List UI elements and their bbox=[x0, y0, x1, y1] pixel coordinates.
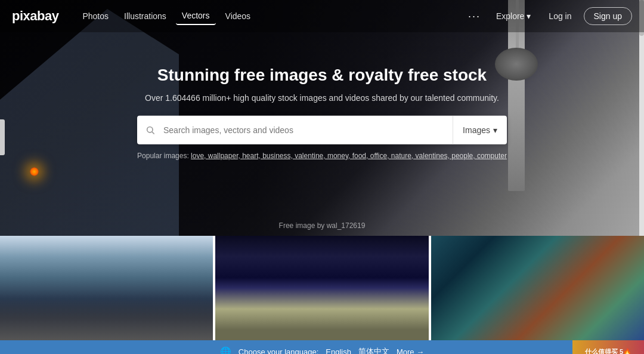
grid-item-2[interactable] bbox=[215, 236, 428, 340]
popular-tags-links[interactable]: love, wallpaper, heart, business, valent… bbox=[191, 152, 507, 160]
hero-subtitle: Over 1.604466 million+ high quality stoc… bbox=[137, 93, 507, 103]
search-bar[interactable]: Images ▾ bbox=[137, 116, 507, 144]
explore-chevron-icon: ▾ bbox=[527, 11, 531, 21]
language-english[interactable]: English bbox=[326, 347, 351, 355]
hero-title: Stunning free images & royalty free stoc… bbox=[137, 64, 507, 85]
page-wrapper: pixabay Photos Illustrations Vectors Vid… bbox=[0, 0, 644, 354]
hero-image-credit: Free image by wal_172619 bbox=[279, 221, 366, 230]
left-scroll-indicator bbox=[0, 119, 5, 155]
nav-signup[interactable]: Sign up bbox=[584, 7, 632, 25]
grid-item-3[interactable] bbox=[431, 236, 644, 340]
scrollbar-track[interactable] bbox=[639, 0, 644, 236]
logo-text: pixabay bbox=[12, 8, 58, 23]
svg-line-1 bbox=[152, 132, 154, 134]
nav-videos[interactable]: Videos bbox=[219, 8, 257, 24]
site-logo[interactable]: pixabay bbox=[12, 8, 58, 24]
svg-point-0 bbox=[147, 127, 153, 132]
footer-bar: 🌐 Choose your language: English 简体中文 Mor… bbox=[0, 340, 644, 354]
nav-right: ··· Explore ▾ Log in Sign up bbox=[463, 7, 632, 25]
search-icon bbox=[137, 125, 163, 135]
language-more[interactable]: More → bbox=[397, 347, 424, 355]
nav-links: Photos Illustrations Vectors Videos bbox=[76, 7, 463, 25]
grid-item-1[interactable] bbox=[0, 236, 213, 340]
nav-photos[interactable]: Photos bbox=[76, 8, 114, 24]
popular-label: Popular images: bbox=[137, 152, 189, 160]
orange-light-decoration bbox=[30, 167, 39, 176]
nav-explore[interactable]: Explore ▾ bbox=[490, 8, 537, 24]
language-label: Choose your language: bbox=[239, 347, 318, 355]
search-type-chevron-icon: ▾ bbox=[493, 125, 497, 135]
search-type-label: Images bbox=[463, 125, 490, 135]
skyline-decoration bbox=[0, 236, 213, 340]
language-chinese[interactable]: 简体中文 bbox=[358, 346, 389, 354]
grid-image-3 bbox=[431, 236, 644, 340]
hero-content: Stunning free images & royalty free stoc… bbox=[137, 64, 507, 159]
grid-image-2 bbox=[215, 236, 428, 340]
bottom-watermark-badge: 什么值得买 5🔥 bbox=[572, 340, 644, 354]
badge-text: 什么值得买 5🔥 bbox=[585, 347, 631, 355]
nav-login[interactable]: Log in bbox=[541, 8, 578, 24]
popular-tags: Popular images: love, wallpaper, heart, … bbox=[137, 152, 507, 160]
explore-label: Explore bbox=[496, 11, 524, 21]
grid-image-1 bbox=[0, 236, 213, 340]
hero-section: pixabay Photos Illustrations Vectors Vid… bbox=[0, 0, 644, 236]
search-input[interactable] bbox=[163, 125, 453, 135]
nav-vectors[interactable]: Vectors bbox=[176, 7, 216, 25]
nav-more-dots[interactable]: ··· bbox=[463, 8, 485, 25]
globe-icon: 🌐 bbox=[220, 346, 231, 354]
image-grid bbox=[0, 236, 644, 340]
navbar: pixabay Photos Illustrations Vectors Vid… bbox=[0, 0, 644, 32]
nav-illustrations[interactable]: Illustrations bbox=[118, 8, 172, 24]
search-type-dropdown[interactable]: Images ▾ bbox=[453, 116, 507, 144]
